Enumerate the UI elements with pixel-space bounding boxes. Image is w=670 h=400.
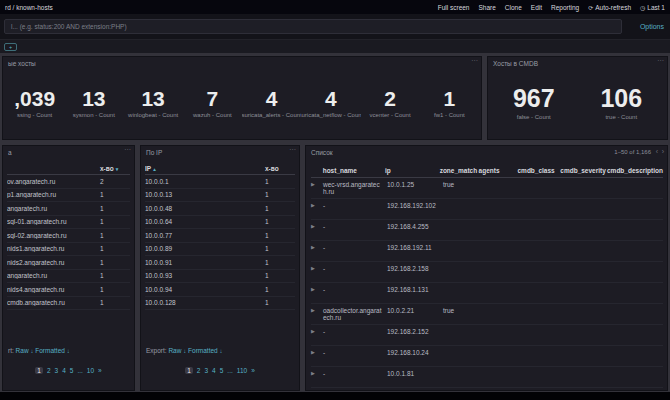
page-button[interactable]: 1 [185, 367, 193, 374]
export-formatted-link[interactable]: Formatted [35, 347, 65, 354]
panel-menu-icon[interactable]: ⋯ [657, 57, 664, 65]
page-ellipsis: ... [77, 367, 82, 374]
page-button[interactable]: 110 [237, 367, 247, 374]
host-cell[interactable]: angaratech.ru [7, 205, 100, 212]
expand-row-icon[interactable]: ▶ [311, 244, 323, 250]
metric-label: vcenter - Count [370, 112, 411, 118]
pagination: 1 2 3 4 5 ... 110 » [141, 367, 299, 374]
ip-cell[interactable]: 10.0.0.128 [145, 299, 265, 306]
count-column-header[interactable]: x-во [265, 165, 295, 172]
ip-column-header[interactable]: IP▴ [145, 165, 265, 172]
metrics-row: ,039 ssing - Count 13 sysmon - Count 13 … [5, 73, 479, 133]
add-filter-chip[interactable]: + [4, 43, 17, 51]
host-cell[interactable]: nids2.angaratech.ru [7, 259, 100, 266]
host-cell[interactable]: ov.angaratech.ru [7, 178, 100, 185]
metric-value: 4 [266, 88, 278, 109]
ip-cell[interactable]: 10.0.0.94 [145, 286, 265, 293]
ip-cell[interactable]: 10.0.0.89 [145, 245, 265, 252]
download-icon: ↓ [219, 348, 222, 354]
next-page-button[interactable]: » [251, 367, 255, 374]
page-button[interactable]: 3 [55, 367, 59, 374]
column-header[interactable]: host_name [323, 167, 385, 174]
expand-row-icon[interactable]: ▶ [311, 286, 323, 292]
filter-bar: + [0, 40, 670, 53]
metric-label: true - Count [605, 114, 637, 120]
metric-value: 4 [325, 88, 337, 109]
expand-row-icon[interactable]: ▶ [311, 181, 323, 187]
page-button[interactable]: 4 [212, 367, 216, 374]
expand-row-icon[interactable]: ▶ [311, 349, 323, 355]
count-cell: 1 [265, 286, 295, 293]
next-page-icon[interactable]: › [662, 148, 664, 155]
host-cell[interactable]: p1.angaratech.ru [7, 191, 100, 198]
metric-label: ssing - Count [17, 112, 52, 118]
export-raw-link[interactable]: Raw [168, 347, 181, 354]
search-input[interactable]: l... (e.g. status:200 AND extension:PHP) [4, 19, 622, 34]
page-button[interactable]: 1 [35, 367, 43, 374]
count-cell: 1 [100, 191, 130, 198]
table-row: ▶ - 192.168.2.158 [311, 262, 663, 283]
panel-menu-icon[interactable]: ⋯ [124, 146, 131, 154]
export-formatted-link[interactable]: Formatted [188, 347, 218, 354]
bottom-edge [0, 392, 670, 400]
ip-cell: 10.0.2.21 [387, 307, 443, 314]
page-button[interactable]: 2 [197, 367, 201, 374]
edit-button[interactable]: Edit [531, 4, 542, 11]
page-button[interactable]: 2 [47, 367, 51, 374]
host-name-cell: - [323, 244, 387, 251]
panel-by-ip: По IP ⋯ IP▴ x-во 10.0.0.11 10.0.0.131 10… [140, 145, 300, 391]
page-button[interactable]: 5 [220, 367, 224, 374]
panel-menu-icon[interactable]: ⋯ [289, 146, 296, 154]
panel-by-host: а ⋯ x-во▾ ov.angaratech.ru2 p1.angaratec… [2, 145, 135, 391]
ip-cell[interactable]: 10.0.0.77 [145, 232, 265, 239]
host-cell[interactable]: nids4.angaratech.ru [7, 286, 100, 293]
page-button[interactable]: 5 [70, 367, 74, 374]
ip-cell[interactable]: 10.0.0.48 [145, 205, 265, 212]
ip-cell[interactable]: 10.0.0.1 [145, 178, 265, 185]
count-cell: 1 [100, 245, 130, 252]
count-column-header[interactable]: x-во▾ [100, 165, 130, 172]
ip-cell[interactable]: 10.0.0.91 [145, 259, 265, 266]
metric: 1 fw1 - Count [420, 73, 479, 133]
host-cell[interactable]: nids1.angaratech.ru [7, 245, 100, 252]
host-cell[interactable]: sql-02.angaratech.ru [7, 232, 100, 239]
expand-row-icon[interactable]: ▶ [311, 328, 323, 334]
expand-row-icon[interactable]: ▶ [311, 307, 323, 313]
ip-cell[interactable]: 10.0.0.64 [145, 218, 265, 225]
column-header[interactable]: agents [479, 167, 518, 174]
clone-button[interactable]: Clone [505, 4, 522, 11]
column-header[interactable]: cmdb_severity [560, 167, 607, 174]
table-row: p1.angaratech.ru1 [7, 189, 130, 203]
count-cell: 1 [265, 272, 295, 279]
column-header[interactable]: zone_match [440, 167, 479, 174]
column-header[interactable]: cmdb_class [517, 167, 560, 174]
export-raw-link[interactable]: Raw [16, 347, 29, 354]
full-screen-button[interactable]: Full screen [438, 4, 470, 11]
metric-label: false - Count [517, 114, 551, 120]
expand-row-icon[interactable]: ▶ [311, 223, 323, 229]
share-button[interactable]: Share [478, 4, 495, 11]
options-link[interactable]: Options [640, 23, 664, 30]
column-header[interactable]: cmdb_description [607, 167, 663, 174]
panel-menu-icon[interactable]: ⋯ [471, 57, 478, 65]
host-cell[interactable]: cmdb.angaratech.ru [7, 299, 100, 306]
page-button[interactable]: 10 [87, 367, 94, 374]
page-button[interactable]: 3 [204, 367, 208, 374]
table-row: ▶ - 192.168.2.152 [311, 325, 663, 346]
ip-cell[interactable]: 10.0.0.93 [145, 272, 265, 279]
prev-page-icon[interactable]: ‹ [656, 148, 658, 155]
host-cell[interactable]: angaratech.ru [7, 272, 100, 279]
top-menu: Full screen Share Clone Edit Reporting ⟳… [438, 4, 665, 11]
expand-row-icon[interactable]: ▶ [311, 370, 323, 376]
expand-row-icon[interactable]: ▶ [311, 265, 323, 271]
export-line: rt: Raw ↓ Formatted ↓ [8, 347, 70, 354]
auto-refresh-button[interactable]: ⟳Auto-refresh [588, 4, 631, 11]
host-cell[interactable]: sql-01.angaratech.ru [7, 218, 100, 225]
page-button[interactable]: 4 [62, 367, 66, 374]
next-page-button[interactable]: » [98, 367, 102, 374]
column-header[interactable]: ip [385, 167, 440, 174]
ip-cell[interactable]: 10.0.0.13 [145, 191, 265, 198]
reporting-button[interactable]: Reporting [551, 4, 579, 11]
expand-row-icon[interactable]: ▶ [311, 202, 323, 208]
time-picker-button[interactable]: ◷Last 1 [640, 4, 665, 11]
